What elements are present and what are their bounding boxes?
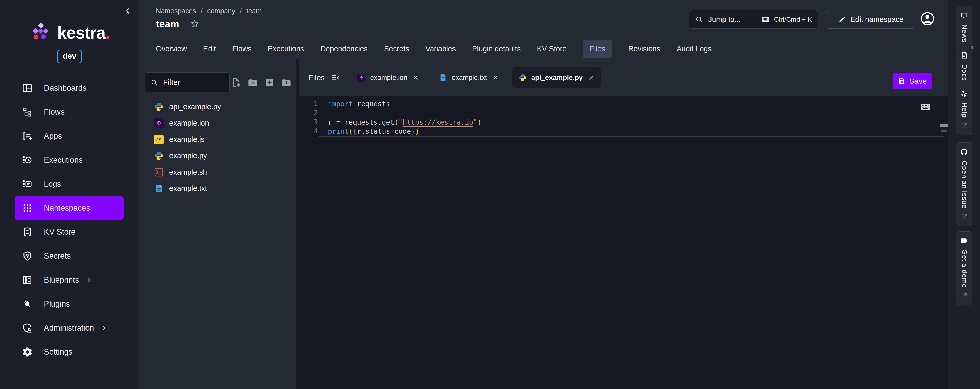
right-tab-help[interactable]: Help bbox=[956, 84, 972, 135]
breadcrumb-item[interactable]: Namespaces bbox=[156, 7, 196, 15]
code-token: ( bbox=[394, 118, 398, 126]
user-avatar[interactable] bbox=[920, 11, 935, 27]
tab-files[interactable]: Files bbox=[583, 40, 612, 58]
files-panel-label: Files bbox=[309, 73, 325, 82]
sidebar-item-plugins[interactable]: Plugins bbox=[0, 292, 139, 316]
add-button[interactable] bbox=[264, 77, 275, 88]
external-icon bbox=[961, 214, 967, 220]
code-token: print bbox=[328, 128, 348, 135]
file-item-example-ion[interactable]: example.ion bbox=[139, 115, 296, 131]
page-title: team bbox=[156, 18, 179, 30]
sidebar-item-logs[interactable]: Logs bbox=[0, 172, 139, 196]
editor-tab-label: api_example.py bbox=[531, 74, 583, 82]
environment-badge: dev bbox=[57, 49, 82, 63]
tab-plugin-defaults[interactable]: Plugin defaults bbox=[472, 45, 520, 53]
code-token: r.status_code bbox=[357, 128, 411, 135]
sidebar-item-namespaces[interactable]: Namespaces bbox=[15, 196, 124, 220]
svg-text:JS: JS bbox=[156, 137, 162, 142]
sidebar-item-apps[interactable]: Apps bbox=[0, 124, 139, 148]
sidebar-item-blueprints[interactable]: Blueprints bbox=[0, 268, 139, 292]
favorite-star-icon[interactable] bbox=[190, 19, 200, 29]
tab-revisions[interactable]: Revisions bbox=[628, 45, 660, 53]
close-tab-button[interactable] bbox=[412, 74, 419, 81]
file-txt-icon bbox=[154, 184, 164, 193]
sidebar-item-kv-store[interactable]: KV Store bbox=[0, 220, 139, 244]
tab-audit-logs[interactable]: Audit Logs bbox=[676, 45, 711, 53]
top-bar: Namespaces/company/team team Jump to... … bbox=[139, 0, 948, 59]
file-item-example-sh[interactable]: example.sh bbox=[139, 164, 296, 180]
save-button[interactable]: Save bbox=[893, 73, 932, 89]
sidebar-item-label: Dashboards bbox=[44, 83, 86, 92]
tab-dependencies[interactable]: Dependencies bbox=[320, 45, 368, 53]
tab-secrets[interactable]: Secrets bbox=[384, 45, 409, 53]
file-item-example-py[interactable]: example.py bbox=[139, 148, 296, 164]
scrollbar-handle[interactable] bbox=[940, 124, 948, 127]
slack-icon bbox=[960, 89, 968, 98]
tab-kv-store[interactable]: KV Store bbox=[537, 45, 566, 53]
right-tab-open-an-issue[interactable]: Open an Issue bbox=[956, 142, 972, 226]
sidebar-item-secrets[interactable]: Secrets bbox=[0, 244, 139, 268]
import-button[interactable] bbox=[281, 77, 291, 88]
file-explorer: api_example.pyexample.ionJSexample.jsexa… bbox=[139, 59, 296, 389]
filter-input[interactable] bbox=[162, 78, 221, 87]
code-text: r = requests.get("https://kestra.io") bbox=[328, 118, 482, 126]
right-sidebar: NewsDocsHelpOpen an IssueGet a demo bbox=[948, 0, 980, 389]
code-token: ) bbox=[415, 128, 419, 135]
file-name: example.sh bbox=[169, 168, 207, 176]
code-editor[interactable]: 1import requests23r = requests.get("http… bbox=[299, 96, 948, 389]
right-tab-news[interactable]: News bbox=[956, 6, 972, 48]
line-number: 3 bbox=[299, 118, 318, 126]
sidebar-item-dashboards[interactable]: Dashboards bbox=[0, 76, 139, 100]
editor-tab-example-txt[interactable]: example.txt bbox=[433, 67, 505, 88]
code-token: r = requests.get bbox=[328, 118, 394, 126]
sidebar-item-administration[interactable]: Administration bbox=[0, 316, 139, 340]
file-python-icon bbox=[519, 73, 527, 82]
file-item-example-js[interactable]: JSexample.js bbox=[139, 131, 296, 148]
editor-tab-api-example-py[interactable]: api_example.py bbox=[512, 67, 600, 88]
sidebar-item-settings[interactable]: Settings bbox=[0, 340, 139, 364]
search-icon bbox=[695, 15, 703, 24]
new-folder-button[interactable] bbox=[248, 77, 258, 88]
sidebar-collapse-button[interactable] bbox=[122, 5, 134, 16]
edit-namespace-button[interactable]: Edit namespace bbox=[826, 10, 915, 29]
breadcrumb-item[interactable]: team bbox=[246, 7, 262, 15]
sidebar-item-label: Logs bbox=[44, 179, 61, 189]
breadcrumb-item[interactable]: company bbox=[207, 7, 235, 15]
code-text: import requests bbox=[328, 100, 390, 108]
kestra-logo[interactable]: kestra. bbox=[0, 21, 139, 44]
add-icon bbox=[264, 77, 275, 88]
tab-flows[interactable]: Flows bbox=[232, 45, 251, 53]
new-file-button[interactable] bbox=[231, 77, 241, 88]
file-name: example.py bbox=[169, 151, 207, 160]
line-number: 2 bbox=[299, 109, 318, 116]
close-tab-button[interactable] bbox=[492, 74, 499, 81]
file-item-example-txt[interactable]: example.txt bbox=[139, 180, 296, 196]
file-python-icon bbox=[154, 151, 164, 161]
kestra-logo-icon bbox=[29, 21, 52, 44]
file-item-api-example-py[interactable]: api_example.py bbox=[139, 99, 296, 115]
line-number: 1 bbox=[299, 100, 318, 107]
tab-overview[interactable]: Overview bbox=[156, 45, 187, 53]
administration-icon bbox=[22, 323, 33, 333]
close-icon bbox=[588, 74, 594, 81]
code-token: https://kestra.io bbox=[403, 118, 473, 126]
right-tab-label: Open an Issue bbox=[960, 161, 968, 209]
plugins-icon bbox=[22, 299, 33, 309]
sidebar-item-executions[interactable]: Executions bbox=[0, 148, 139, 172]
right-tab-docs[interactable]: Docs bbox=[956, 46, 972, 87]
panel-resize-handle[interactable] bbox=[296, 59, 299, 389]
sidebar-item-flows[interactable]: Flows bbox=[0, 100, 139, 124]
editor-tab-example-ion[interactable]: example.ion bbox=[351, 67, 425, 88]
collapse-file-tree-icon[interactable] bbox=[330, 73, 340, 83]
tab-variables[interactable]: Variables bbox=[425, 45, 456, 53]
code-token: " bbox=[473, 118, 477, 126]
tab-executions[interactable]: Executions bbox=[268, 45, 304, 53]
sidebar-item-label: Blueprints bbox=[44, 276, 79, 285]
overview-ruler-mark bbox=[941, 131, 947, 132]
keyboard-shortcuts-icon[interactable] bbox=[920, 102, 931, 112]
right-tab-get-a-demo[interactable]: Get a demo bbox=[956, 231, 972, 305]
tab-edit[interactable]: Edit bbox=[203, 45, 216, 53]
jump-to-search[interactable]: Jump to... Ctrl/Cmd + K bbox=[689, 10, 818, 29]
file-sh-icon bbox=[154, 167, 164, 177]
close-tab-button[interactable] bbox=[588, 74, 594, 81]
